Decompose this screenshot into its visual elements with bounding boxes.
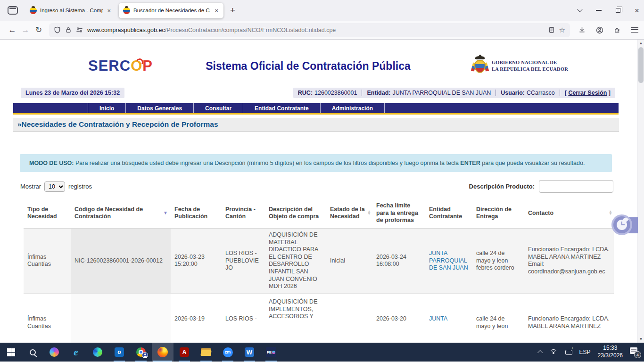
reader-mode-icon[interactable] (548, 26, 555, 33)
taskbar-file-explorer-button[interactable] (195, 343, 217, 362)
cell-direccion: calle 24 de mayo y leon (472, 293, 524, 343)
vertical-scrollbar[interactable]: ▲ ▼ (637, 40, 644, 343)
col-codigo-necesidad[interactable]: Código de Necesidad de Contratación▼ (71, 198, 171, 228)
browser-tab-bar: Ingreso al Sistema - Compras P × Buscado… (0, 0, 644, 21)
col-fecha-publicacion[interactable]: Fecha de Publicación (171, 198, 222, 228)
reload-button[interactable]: ↻ (32, 25, 45, 35)
col-entidad-contratante[interactable]: Entidad Contratante (425, 198, 472, 228)
scrollbar-thumb[interactable] (638, 47, 644, 83)
entidad-link[interactable]: JUNTA PARROQUIAL DE SAN JUAN (429, 250, 468, 271)
floating-timer-widget[interactable] (611, 214, 638, 236)
col-fecha-limite[interactable]: Fecha límite para la entrega de proforma… (372, 198, 425, 228)
datetime-box: Lunes 23 de Marzo del 2026 15:32 (21, 88, 124, 98)
scroll-down-icon[interactable]: ▼ (637, 336, 644, 343)
firefox-icon (157, 347, 168, 357)
col-contacto[interactable]: Contacto▲▼ (524, 198, 614, 228)
session-box: RUC:1260023860001 Entidad:JUNTA PARROQUI… (293, 88, 615, 98)
shield-icon[interactable] (54, 26, 61, 33)
tab-close-icon[interactable]: × (106, 7, 112, 14)
cell-provincia: LOS RIOS - (222, 293, 265, 343)
cell-direccion: calle 24 de mayo y leon febres cordero (472, 228, 524, 293)
site-header: SERCOP Sistema Oficial de Contratación P… (13, 45, 619, 87)
scroll-up-icon[interactable]: ▲ (637, 40, 644, 47)
taskbar-firefox-button[interactable] (152, 343, 173, 362)
device-icon[interactable] (565, 350, 572, 355)
language-indicator[interactable]: ESP (579, 349, 591, 355)
tab-buscador-necesidades[interactable]: Buscador de Necesidades de Co × (119, 3, 223, 18)
wifi-icon[interactable] (550, 349, 558, 355)
info-row: Lunes 23 de Marzo del 2026 15:32 RUC:126… (21, 88, 615, 98)
taskbar-copilot-button[interactable] (43, 343, 65, 362)
back-button[interactable]: ← (6, 25, 19, 35)
tab-ingreso-al-sistema[interactable]: Ingreso al Sistema - Compras P × (25, 3, 116, 18)
nav-item-consultar[interactable]: Consultar (194, 103, 243, 113)
nav-item-entidad-contratante[interactable]: Entidad Contratante (243, 103, 321, 113)
tab-close-icon[interactable]: × (214, 7, 219, 14)
results-table: Tipo de Necesidad Código de Necesidad de… (24, 198, 614, 343)
table-controls: Mostrar 10 registros Descripción Product… (20, 180, 613, 193)
filter-label: Descripción Producto: (469, 183, 535, 190)
windows-logo-icon (7, 348, 15, 356)
taskbar-zoom-button[interactable]: zm (217, 343, 239, 362)
clock-icon (611, 214, 632, 235)
taskbar-firmaec-button[interactable]: FE (260, 343, 282, 362)
extensions-puzzle-icon[interactable] (614, 26, 621, 33)
descripcion-producto-input[interactable] (539, 180, 613, 193)
table-row: Ínfimas Cuantías NIC-1260023860001-2026-… (24, 228, 614, 293)
window-close-button[interactable]: × (635, 7, 639, 15)
tray-time: 15:33 (598, 345, 623, 352)
word-icon: W (245, 347, 254, 357)
notification-center-button[interactable]: 4 (630, 347, 640, 357)
list-tabs-chevron-icon[interactable] (577, 7, 582, 12)
nav-item-datos-generales[interactable]: Datos Generales (126, 103, 194, 113)
sercop-logo: SERCOP (88, 58, 153, 74)
taskbar-edge-button[interactable] (87, 343, 108, 362)
ecuador-favicon (30, 7, 37, 14)
page-size-select[interactable]: 10 (44, 181, 65, 192)
acrobat-icon: A (180, 347, 189, 357)
downloads-icon[interactable] (578, 26, 586, 33)
taskbar-outlook-button[interactable]: o (108, 343, 130, 362)
government-logo: GOBIERNO NACIONAL DE LA REPUBLICA DEL EC… (463, 56, 619, 76)
nav-item-inicio[interactable]: Inicio (88, 103, 126, 113)
cell-descripcion: ADQUISICIÓN DE MATERIAL DIDACTICO PARA E… (265, 228, 326, 293)
mostrar-label: Mostrar (20, 183, 41, 190)
bookmark-star-icon[interactable]: ☆ (559, 26, 565, 34)
new-tab-button[interactable]: + (230, 5, 235, 16)
account-icon[interactable] (596, 26, 603, 34)
cell-entidad: JUNTA (425, 293, 472, 343)
taskbar-acrobat-button[interactable]: A (173, 343, 195, 362)
cell-contacto: Funcionario Encargado: LCDA. MABEL ARANA… (524, 293, 614, 343)
lock-icon[interactable] (65, 26, 72, 33)
cell-codigo (71, 293, 171, 343)
menu-hamburger-icon[interactable] (631, 27, 638, 33)
permissions-icon[interactable] (76, 27, 83, 33)
taskbar-word-button[interactable]: W (239, 343, 260, 362)
firefox-view-icon[interactable] (8, 6, 18, 15)
clock[interactable]: 15:33 23/3/2026 (598, 345, 623, 359)
tray-chevron-icon[interactable] (537, 350, 543, 355)
taskbar-internet-explorer-button[interactable]: e (65, 343, 87, 362)
nav-item-administracion[interactable]: Administración (321, 103, 385, 113)
col-descripcion-objeto[interactable]: Descripción del Objeto de compra (265, 198, 326, 228)
window-minimize-button[interactable] (596, 10, 602, 11)
col-provincia-canton[interactable]: Provincia - Cantón (222, 198, 265, 228)
cell-fecha-pub: 2026-03-19 (171, 293, 222, 343)
taskbar-search-button[interactable] (22, 343, 43, 362)
logout-link[interactable]: [ Cerrar Sesión ] (560, 90, 611, 96)
col-estado-necesidad[interactable]: Estado de la Necesidad▲▼ (326, 198, 372, 228)
government-logo-text: GOBIERNO NACIONAL DE LA REPUBLICA DEL EC… (492, 59, 568, 72)
edge-icon (93, 347, 102, 357)
forward-button[interactable]: → (19, 25, 32, 35)
sort-both-icon: ▲▼ (367, 211, 371, 215)
col-direccion-entrega[interactable]: Dirección de Entrega (472, 198, 524, 228)
start-button[interactable] (0, 343, 22, 362)
cell-fecha-pub: 2026-03-23 15:20:00 (171, 228, 222, 293)
registros-label: registros (68, 183, 92, 190)
taskbar-chrome-button[interactable] (130, 343, 152, 362)
window-restore-button[interactable] (616, 8, 620, 13)
col-tipo-necesidad[interactable]: Tipo de Necesidad (24, 198, 71, 228)
url-bar[interactable]: www.compraspublicas.gob.ec/ProcesoContra… (49, 23, 570, 37)
entidad-link[interactable]: JUNTA (429, 315, 447, 322)
url-text: www.compraspublicas.gob.ec/ProcesoContra… (87, 27, 544, 33)
